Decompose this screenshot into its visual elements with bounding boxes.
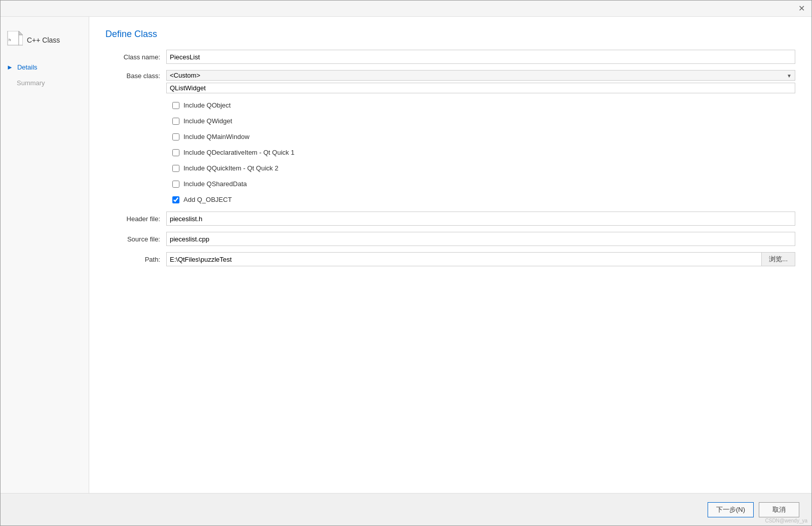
checkbox-qwidget-label: Include QWidget — [183, 117, 232, 125]
header-file-group: Header file: — [105, 212, 795, 226]
checkbox-qmainwindow-label: Include QMainWindow — [183, 133, 249, 141]
sidebar-summary-label: Summary — [17, 79, 45, 87]
title-bar: ✕ — [1, 1, 811, 17]
checkbox-qquickitem[interactable]: Include QQuickItem - Qt Quick 2 — [172, 164, 795, 172]
path-input[interactable] — [166, 252, 761, 266]
sidebar: h C++ Class ► Details Summary — [1, 17, 89, 493]
header-file-input[interactable] — [166, 212, 795, 226]
checkbox-qobject[interactable]: Include QObject — [172, 101, 795, 109]
checkbox-qmainwindow[interactable]: Include QMainWindow — [172, 133, 795, 141]
sidebar-details-label: Details — [17, 63, 38, 71]
checkbox-qquickitem-label: Include QQuickItem - Qt Quick 2 — [183, 164, 278, 172]
checkbox-qshareddata[interactable]: Include QSharedData — [172, 180, 795, 188]
svg-text:h: h — [9, 38, 11, 42]
wizard-header: h C++ Class — [1, 27, 89, 53]
checkbox-qdeclarativeitem[interactable]: Include QDeclarativeItem - Qt Quick 1 — [172, 149, 795, 156]
base-class-select-wrapper[interactable]: <Custom> ▼ — [166, 70, 795, 81]
path-label: Path: — [105, 256, 166, 263]
class-name-input[interactable] — [166, 50, 795, 64]
checkbox-qobject-macro[interactable]: Add Q_OBJECT — [172, 196, 795, 203]
source-file-label: Source file: — [105, 235, 166, 243]
checkbox-qdeclarativeitem-label: Include QDeclarativeItem - Qt Quick 1 — [183, 149, 294, 156]
svg-rect-2 — [19, 35, 23, 45]
wizard-title: C++ Class — [27, 36, 60, 44]
base-class-group: Base class: <Custom> ▼ — [105, 70, 795, 93]
source-file-group: Source file: — [105, 232, 795, 246]
svg-marker-1 — [19, 31, 23, 35]
checkboxes-group: Include QObject Include QWidget Include … — [172, 101, 795, 203]
class-name-group: Class name: — [105, 50, 795, 64]
browse-button[interactable]: 浏览... — [761, 252, 795, 266]
checkbox-qquickitem-input[interactable] — [172, 165, 179, 172]
header-file-label: Header file: — [105, 215, 166, 223]
sidebar-item-summary[interactable]: Summary — [1, 75, 89, 91]
path-group: Path: 浏览... — [105, 252, 795, 266]
base-class-label: Base class: — [105, 70, 166, 80]
dialog-window: ✕ h C++ Class ► Details — [0, 0, 812, 526]
sidebar-item-details[interactable]: ► Details — [1, 59, 89, 75]
cancel-button[interactable]: 取消 — [759, 502, 799, 517]
wizard-icon: h — [7, 31, 23, 49]
watermark: CSDN@wendy_ya — [765, 518, 807, 523]
checkbox-qobject-label: Include QObject — [183, 101, 231, 109]
checkbox-qobject-macro-input[interactable] — [172, 196, 179, 203]
sidebar-nav: ► Details Summary — [1, 57, 89, 93]
path-input-group: 浏览... — [166, 252, 795, 266]
close-button[interactable]: ✕ — [795, 3, 807, 15]
checkbox-qwidget[interactable]: Include QWidget — [172, 117, 795, 125]
checkbox-qshareddata-input[interactable] — [172, 181, 179, 188]
checkbox-qshareddata-label: Include QSharedData — [183, 180, 247, 188]
section-title: Define Class — [105, 29, 795, 40]
checkbox-qmainwindow-input[interactable] — [172, 133, 179, 141]
class-name-label: Class name: — [105, 53, 166, 61]
next-button[interactable]: 下一步(N) — [708, 502, 754, 517]
base-class-custom-input[interactable] — [166, 83, 795, 93]
checkbox-qdeclarativeitem-input[interactable] — [172, 149, 179, 156]
base-class-select[interactable]: <Custom> — [167, 71, 795, 80]
checkbox-qobject-input[interactable] — [172, 102, 179, 109]
active-arrow-icon: ► — [7, 63, 13, 71]
checkbox-qwidget-input[interactable] — [172, 118, 179, 125]
checkbox-qobject-macro-label: Add Q_OBJECT — [183, 196, 232, 203]
main-panel: Define Class Class name: Base class: <Cu… — [89, 17, 811, 493]
source-file-input[interactable] — [166, 232, 795, 246]
base-class-section: <Custom> ▼ — [166, 70, 795, 93]
bottom-bar: 下一步(N) 取消 — [1, 493, 811, 525]
